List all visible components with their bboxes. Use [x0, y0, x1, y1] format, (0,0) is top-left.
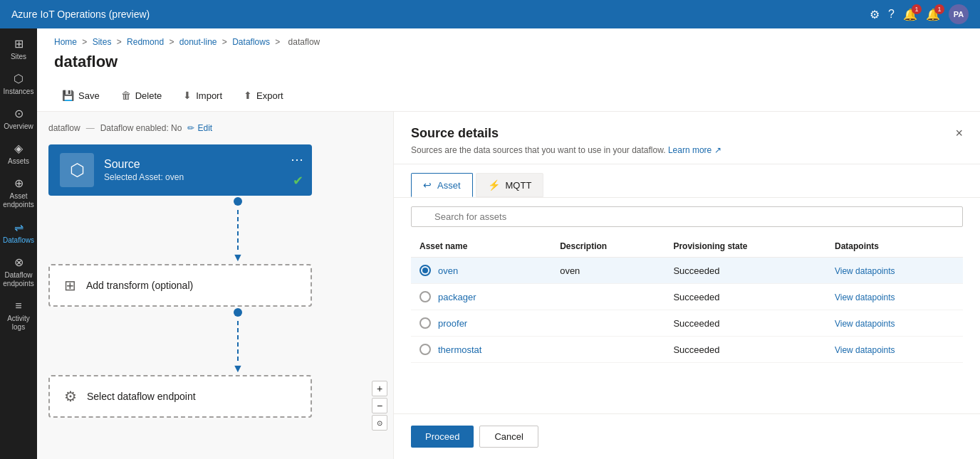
connector-1: ▼: [94, 196, 382, 264]
details-subtitle: Sources are the data sources that you wa…: [411, 145, 721, 155]
breadcrumb-sites[interactable]: Sites: [93, 37, 112, 47]
view-datapoints-link[interactable]: View datapoints: [835, 345, 895, 355]
provisioning-state-cell: Succeeded: [664, 337, 826, 363]
description-cell: [551, 310, 664, 337]
breadcrumb: Home > Sites > Redmond > donut-line > Da…: [37, 28, 980, 50]
connector-dashes-1: [237, 207, 239, 253]
notifications-icon[interactable]: 🔔 1: [903, 8, 917, 21]
dataflow-endpoints-icon: ⊗: [14, 255, 24, 269]
export-button[interactable]: ⬆ Export: [236, 85, 291, 105]
breadcrumb-sep3: >: [169, 37, 176, 47]
breadcrumb-home[interactable]: Home: [54, 37, 77, 47]
details-footer: Proceed Cancel: [394, 413, 980, 459]
table-row[interactable]: thermostatSucceededView datapoints: [411, 337, 963, 363]
radio-button[interactable]: [419, 291, 431, 302]
col-asset-name: Asset name: [411, 236, 551, 258]
sidebar-item-dataflows[interactable]: ⇌ Dataflows: [0, 215, 37, 250]
edit-label: Edit: [197, 123, 212, 133]
radio-button[interactable]: [419, 344, 431, 355]
save-button[interactable]: 💾 Save: [54, 85, 108, 105]
table-header-row: Asset name Description Provisioning stat…: [411, 236, 963, 258]
view-datapoints-link[interactable]: View datapoints: [835, 319, 895, 329]
cancel-button[interactable]: Cancel: [479, 426, 538, 448]
view-datapoints-link[interactable]: View datapoints: [835, 292, 895, 302]
canvas-area: dataflow — Dataflow enabled: No ✏ Edit ⬡…: [37, 112, 980, 459]
table-body: ovenovenSucceededView datapointspackager…: [411, 258, 963, 363]
radio-button[interactable]: [419, 265, 431, 276]
zoom-in-button[interactable]: +: [372, 381, 387, 396]
zoom-out-button[interactable]: −: [372, 398, 387, 413]
sites-icon: ⊞: [14, 37, 24, 51]
sidebar-item-overview[interactable]: ⊙ Overview: [0, 101, 37, 136]
mqtt-tab-icon: ⚡: [488, 179, 500, 191]
asset-name-link[interactable]: proofer: [438, 318, 467, 329]
help-icon[interactable]: ?: [888, 8, 895, 21]
sidebar-item-activity-logs[interactable]: ≡ Activity logs: [0, 294, 37, 337]
source-tabs: ↩ Asset ⚡ MQTT: [394, 164, 980, 198]
table-row[interactable]: ovenovenSucceededView datapoints: [411, 258, 963, 284]
source-title: Source: [104, 158, 301, 171]
app-title: Azure IoT Operations (preview): [11, 9, 870, 20]
source-card[interactable]: ⬡ Source Selected Asset: oven ⋯ ✔: [48, 144, 312, 196]
tab-mqtt[interactable]: ⚡ MQTT: [476, 173, 544, 197]
description-cell: [551, 284, 664, 310]
delete-button[interactable]: 🗑 Delete: [113, 85, 170, 105]
proceed-button[interactable]: Proceed: [411, 426, 474, 448]
save-label: Save: [78, 90, 100, 101]
zoom-fit-button[interactable]: ⊙: [372, 415, 387, 431]
notifications-badge: 1: [912, 4, 922, 14]
datapoints-cell: View datapoints: [826, 310, 963, 337]
user-avatar[interactable]: PA: [949, 4, 969, 24]
sidebar-item-dataflow-endpoints[interactable]: ⊗ Dataflow endpoints: [0, 250, 37, 294]
breadcrumb-sep2: >: [117, 37, 124, 47]
transform-label: Add transform (optional): [86, 280, 193, 291]
tab-asset[interactable]: ↩ Asset: [411, 173, 473, 197]
connector-dot-1: [234, 197, 242, 206]
alerts-badge: 1: [934, 4, 944, 14]
asset-tab-icon: ↩: [423, 179, 432, 191]
breadcrumb-redmond[interactable]: Redmond: [127, 37, 164, 47]
table-row[interactable]: packagerSucceededView datapoints: [411, 284, 963, 310]
view-datapoints-link[interactable]: View datapoints: [835, 266, 895, 276]
breadcrumb-donut-line[interactable]: donut-line: [179, 37, 217, 47]
asset-name-cell: proofer: [411, 310, 551, 337]
alerts-icon[interactable]: 🔔 1: [926, 8, 940, 21]
delete-label: Delete: [135, 90, 162, 101]
import-icon: ⬇: [183, 90, 192, 101]
save-icon: 💾: [62, 90, 74, 101]
edit-button[interactable]: ✏ Edit: [187, 123, 212, 133]
search-wrapper: 🔍: [411, 206, 963, 227]
instances-icon: ⬡: [14, 72, 24, 85]
asset-name-link[interactable]: oven: [438, 265, 458, 276]
asset-name-link[interactable]: thermostat: [438, 344, 481, 355]
transform-card[interactable]: ⊞ Add transform (optional): [48, 264, 312, 307]
endpoint-label: Select dataflow endpoint: [87, 391, 196, 402]
sidebar-label-assets: Assets: [8, 157, 29, 165]
sidebar-item-asset-endpoints[interactable]: ⊕ Asset endpoints: [0, 171, 37, 215]
asset-name-link[interactable]: packager: [438, 292, 476, 302]
settings-icon[interactable]: ⚙: [870, 8, 880, 21]
details-subtitle-text: Sources are the data sources that you wa…: [411, 145, 666, 155]
breadcrumb-dataflows[interactable]: Dataflows: [232, 37, 270, 47]
asset-tab-label: Asset: [437, 180, 461, 191]
sidebar-item-instances[interactable]: ⬡ Instances: [0, 66, 37, 101]
sidebar-item-sites[interactable]: ⊞ Sites: [0, 31, 37, 66]
source-cube-icon: ⬡: [70, 160, 85, 180]
close-button[interactable]: ×: [955, 126, 963, 141]
assets-table: Asset name Description Provisioning stat…: [394, 236, 980, 413]
table-row[interactable]: prooferSucceededView datapoints: [411, 310, 963, 337]
radio-button[interactable]: [419, 317, 431, 329]
learn-more-link[interactable]: Learn more ↗: [668, 145, 721, 155]
source-menu-icon[interactable]: ⋯: [291, 152, 303, 167]
sidebar-label-overview: Overview: [4, 122, 33, 130]
sidebar-label-instances: Instances: [4, 88, 34, 95]
assets-icon: ◈: [14, 142, 23, 155]
description-cell: [551, 337, 664, 363]
search-input[interactable]: [411, 206, 963, 227]
connector-arrow-1: ▼: [232, 251, 244, 264]
endpoint-card[interactable]: ⚙ Select dataflow endpoint: [48, 375, 312, 418]
sidebar-label-dataflow-endpoints: Dataflow endpoints: [3, 271, 34, 288]
import-button[interactable]: ⬇ Import: [175, 85, 230, 105]
col-provisioning-state: Provisioning state: [664, 236, 826, 258]
sidebar-item-assets[interactable]: ◈ Assets: [0, 136, 37, 171]
